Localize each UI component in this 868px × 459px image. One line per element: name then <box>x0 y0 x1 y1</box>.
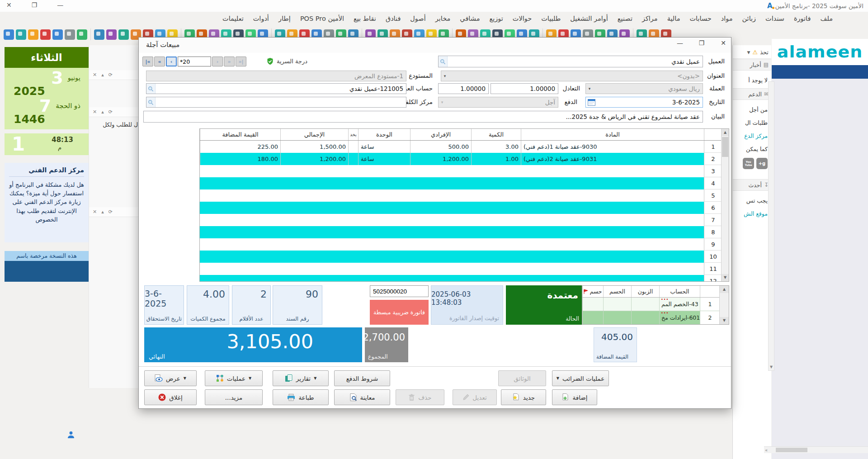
dialog-titlebar[interactable]: مبيعات آجلة — ❐ ✕ <box>139 38 731 53</box>
payment-terms-button[interactable]: شروط الدفع <box>334 370 390 386</box>
row-number[interactable]: 8 <box>704 226 722 238</box>
accounts-column-header[interactable]: الحسم <box>603 286 631 297</box>
table-row[interactable]: 180.001,200.00ساعة1,200.001.009031-عقد ص… <box>200 153 729 165</box>
toolbar-icon[interactable] <box>106 29 117 40</box>
print-button[interactable]: طباعة <box>273 389 329 405</box>
edit-button[interactable]: تعديل <box>453 389 497 405</box>
table-row[interactable]: 10 <box>200 251 729 263</box>
row-number[interactable]: 5 <box>704 189 722 202</box>
menu-item[interactable]: فاتورة <box>794 15 811 22</box>
prev-record-button[interactable]: ‹ <box>166 57 177 66</box>
accounts-row-number[interactable]: 1 <box>700 298 720 311</box>
row-number[interactable]: 9 <box>704 238 722 251</box>
close-icon[interactable]: ✕ <box>93 209 97 215</box>
table-row[interactable]: 4 <box>200 177 729 189</box>
chevron-down-icon[interactable]: ▾ <box>441 74 448 78</box>
table-row[interactable]: 7 <box>200 214 729 226</box>
column-header[interactable]: الإفرادي <box>410 129 471 140</box>
warnings-header[interactable]: تحذ ⚠ ▼ <box>733 45 771 59</box>
table-row[interactable]: 5 <box>200 189 729 202</box>
vertical-scrollbar[interactable]: ▲ ▼ <box>719 286 729 324</box>
address-combo[interactable]: ▾ <بدون> <box>441 71 703 81</box>
accounts-row[interactable]: •••43-الخصم المم1 <box>582 298 729 311</box>
accounts-grid[interactable]: حسمالحسمالزبونالحساب •••43-الخصم المم1••… <box>582 285 729 325</box>
close-icon[interactable]: ✕ <box>718 39 728 47</box>
menu-item[interactable]: حوالات <box>513 15 532 22</box>
search-icon[interactable] <box>146 84 156 94</box>
news-section-header[interactable]: ▤أخبار <box>733 59 771 71</box>
refresh-icon[interactable]: ⟳ <box>108 209 113 215</box>
news-link[interactable]: مركز الدع <box>733 132 771 139</box>
minimize-icon[interactable]: — <box>675 39 685 47</box>
table-row[interactable]: 11 <box>200 263 729 275</box>
chevron-down-icon[interactable]: ▾ <box>586 86 593 91</box>
menu-item[interactable]: سندات <box>765 15 784 22</box>
scroll-up-icon[interactable]: ▲ <box>722 129 729 136</box>
column-header[interactable]: المادة <box>521 129 704 140</box>
menu-item[interactable]: نقاط بيع <box>354 15 376 22</box>
toolbar-icon[interactable] <box>118 29 129 40</box>
menu-item[interactable]: مشافي <box>460 15 480 22</box>
accounts-column-header[interactable]: الحساب <box>659 286 700 297</box>
search-icon[interactable] <box>439 56 448 67</box>
operations-button[interactable]: عمليات ▼ <box>205 370 263 386</box>
table-row[interactable]: 8 <box>200 226 729 238</box>
table-row[interactable]: 6 <box>200 202 729 214</box>
customer-account-input[interactable]: 121005-عميل نقدي <box>146 83 406 94</box>
currency-combo[interactable]: ▾ ريال سعودي <box>585 83 703 94</box>
column-header[interactable]: القيمة المضافة <box>200 129 280 140</box>
customer-input[interactable]: عميل نقدي <box>438 56 703 67</box>
new-button[interactable]: جديد <box>501 389 546 405</box>
accounts-row-number[interactable]: 2 <box>700 311 720 325</box>
row-number[interactable]: 7 <box>704 214 722 226</box>
column-header[interactable]: الإجمالي <box>280 129 348 140</box>
toolbar-icon[interactable] <box>77 29 87 40</box>
vertical-scrollbar[interactable]: ▲ ▼ <box>721 129 729 281</box>
close-icon[interactable]: ✕ <box>93 72 97 78</box>
next-record-button[interactable]: › <box>212 57 223 66</box>
pin-icon[interactable]: ▴ <box>101 109 104 115</box>
refresh-icon[interactable]: ⟳ <box>108 72 113 78</box>
menu-item[interactable]: حسابات <box>689 15 711 22</box>
row-number[interactable]: 12 <box>704 275 722 282</box>
row-number[interactable]: 4 <box>704 177 722 189</box>
toolbar-icon[interactable] <box>28 29 38 40</box>
delete-button[interactable]: حذف <box>396 389 444 405</box>
menu-item[interactable]: مراكز <box>642 15 658 22</box>
menu-item[interactable]: مالية <box>667 15 680 22</box>
gplus-icon[interactable]: g+ <box>756 158 768 169</box>
menu-item[interactable]: أصول <box>410 15 425 22</box>
close-icon[interactable]: ✕ <box>6 1 12 9</box>
horizontal-scrollbar[interactable]: « <box>764 446 868 453</box>
close-icon[interactable]: ✕ <box>93 109 97 115</box>
last-record-button[interactable]: »| <box>236 57 246 66</box>
cost-center-input[interactable] <box>146 97 406 108</box>
maximize-icon[interactable]: ❐ <box>32 1 38 9</box>
row-number[interactable]: 2 <box>704 153 722 165</box>
row-number[interactable]: 11 <box>704 263 722 275</box>
menu-item[interactable]: تصنيع <box>618 15 632 22</box>
documents-button[interactable]: الوثائق <box>498 370 546 386</box>
accounts-row[interactable]: •••601-ايرادات مخ2 <box>582 311 729 325</box>
row-number[interactable]: 6 <box>704 202 722 214</box>
items-grid[interactable]: القيمة المضافةالإجمالييخدالوحدةالإفراديا… <box>199 128 729 282</box>
menu-item[interactable]: أدوات <box>253 15 269 22</box>
tax-operations-button[interactable]: ▼ عمليات الضرائب <box>552 370 609 386</box>
privacy-level[interactable]: درجة السرية <box>266 57 307 65</box>
toolbar-icon[interactable] <box>40 29 51 40</box>
scroll-up-icon[interactable]: ▲ <box>720 286 729 293</box>
table-row[interactable]: 225.001,500.00ساعة500.003.009030-عقد صيا… <box>200 141 729 153</box>
refresh-icon[interactable]: ⟳ <box>108 109 113 115</box>
youtube-icon[interactable]: You Tube <box>743 158 754 169</box>
table-row[interactable]: 9 <box>200 238 729 251</box>
scrollbar-thumb[interactable] <box>722 137 728 157</box>
fast-next-button[interactable]: » <box>224 57 235 66</box>
invoice-number-input[interactable] <box>370 285 429 297</box>
menu-item[interactable]: زبائن <box>742 15 756 22</box>
menu-item[interactable]: ملف <box>820 15 833 22</box>
menu-item[interactable]: تعليمات <box>222 15 244 22</box>
toolbar-icon[interactable] <box>65 29 75 40</box>
news-link[interactable]: موقع الش <box>733 210 771 217</box>
scroll-down-icon[interactable]: ▼ <box>722 274 729 281</box>
column-header[interactable]: الوحدة <box>358 129 410 140</box>
